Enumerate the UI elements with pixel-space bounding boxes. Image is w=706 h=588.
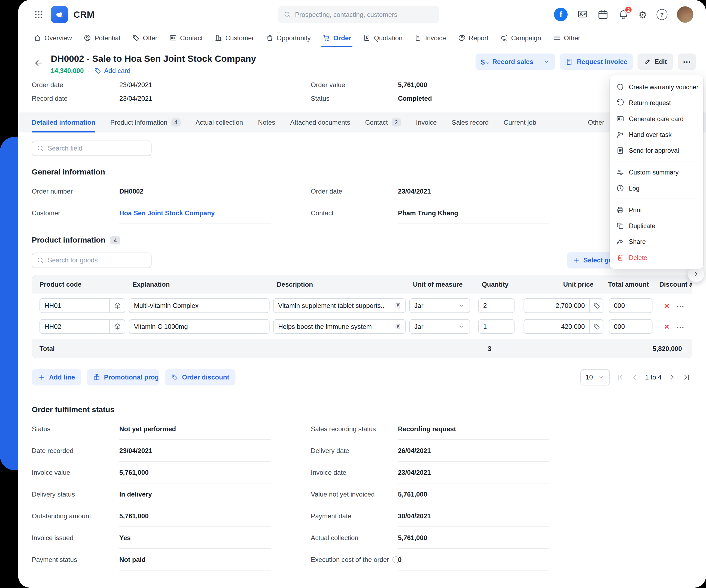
request-invoice-button[interactable]: Request invoice	[560, 54, 633, 70]
cube-icon[interactable]	[110, 298, 125, 313]
unit-select[interactable]: Jar	[409, 319, 470, 334]
explanation-input[interactable]	[129, 319, 269, 334]
menu-item-duplicate[interactable]: Duplicate	[610, 218, 703, 234]
row-more-button[interactable]: ⋯	[676, 322, 684, 332]
quantity-input[interactable]	[478, 319, 514, 334]
help-icon[interactable]: ?	[657, 9, 667, 20]
field-search-input[interactable]	[48, 144, 147, 152]
menu-item-delete[interactable]: Delete	[610, 249, 703, 265]
customer-link[interactable]: Hoa Sen Joint Stock Company	[119, 202, 271, 224]
menu-divider	[615, 199, 698, 199]
nav-item-contact[interactable]: Contact	[169, 29, 203, 47]
add-line-button[interactable]: Add line	[32, 369, 81, 385]
sliders-icon	[616, 168, 624, 176]
screen: CRM f 2 ⚙ ?	[0, 0, 706, 588]
menu-item-share[interactable]: Share	[610, 234, 703, 249]
product-code-input[interactable]	[39, 298, 110, 313]
remove-row-button[interactable]: ✕	[664, 302, 669, 310]
product-code-input[interactable]	[39, 319, 110, 334]
description-input[interactable]	[273, 319, 390, 334]
record-sales-button[interactable]: $ Record sales	[475, 54, 555, 70]
unit-select[interactable]: Jar	[409, 298, 470, 313]
back-button[interactable]	[32, 56, 45, 70]
remove-row-button[interactable]: ✕	[664, 323, 669, 331]
field-label: Order value	[311, 78, 398, 92]
field-label: Value not yet invoiced	[311, 484, 398, 505]
menu-item-send-for-approval[interactable]: Send for approval	[610, 142, 703, 158]
settings-gear-icon[interactable]: ⚙	[638, 10, 647, 19]
note-icon[interactable]	[390, 298, 406, 313]
menu-item-log[interactable]: Log	[610, 180, 703, 196]
order-discount-button[interactable]: Order discount	[165, 369, 236, 385]
next-page-button[interactable]	[668, 373, 676, 381]
tab-current-job[interactable]: Current job	[504, 113, 536, 132]
general-info-heading: General information	[32, 168, 692, 177]
field-search[interactable]	[32, 140, 152, 156]
goods-search-input[interactable]	[48, 257, 147, 264]
nav-item-quotation[interactable]: Quotation	[363, 29, 402, 47]
page-size-select[interactable]: 10	[580, 369, 610, 385]
nav-item-opportunity[interactable]: Opportunity	[266, 29, 311, 47]
add-card-link[interactable]: Add card	[94, 67, 130, 75]
chevron-right-icon	[692, 270, 700, 278]
last-page-button[interactable]	[682, 373, 691, 381]
apps-grid-icon[interactable]	[34, 9, 44, 19]
tab-invoice[interactable]: Invoice	[416, 113, 437, 132]
meeting-screen-icon[interactable]	[577, 9, 588, 20]
tag-icon[interactable]	[590, 319, 603, 334]
quantity-input[interactable]	[478, 298, 514, 313]
nav-item-customer[interactable]: Customer	[214, 29, 254, 47]
page-title: DH0002 - Sale to Hoa Sen Joint Stock Com…	[51, 54, 256, 64]
prev-page-button[interactable]	[631, 373, 639, 381]
edit-button[interactable]: Edit	[637, 54, 673, 70]
description-input[interactable]	[273, 298, 390, 313]
nav-item-report[interactable]: Report	[458, 29, 488, 47]
nav-item-potential[interactable]: Potential	[84, 29, 120, 47]
explanation-input[interactable]	[129, 298, 269, 313]
calendar-icon[interactable]	[598, 9, 609, 20]
menu-item-generate-care-card[interactable]: Generate care card	[610, 111, 703, 126]
tab-detailed-information[interactable]: Detailed information	[32, 113, 95, 132]
nav-item-overview[interactable]: Overview	[34, 29, 72, 47]
tab-product-information[interactable]: Product information4	[110, 113, 181, 132]
row-more-button[interactable]: ⋯	[676, 301, 684, 311]
tab-notes[interactable]: Notes	[258, 113, 275, 132]
tab-actual-collection[interactable]: Actual collection	[196, 113, 243, 132]
global-search[interactable]	[278, 6, 439, 23]
notifications-button[interactable]: 2	[618, 9, 629, 20]
menu-item-print[interactable]: Print	[610, 202, 703, 217]
total-amount-input[interactable]	[609, 298, 653, 313]
total-amount-input[interactable]	[609, 319, 653, 334]
nav-item-order[interactable]: Order	[322, 29, 351, 47]
promotional-program-button[interactable]: Promotional program	[87, 369, 160, 385]
nav-item-invoice[interactable]: Invoice	[414, 29, 446, 47]
goods-search[interactable]	[32, 253, 152, 268]
tab-attached-documents[interactable]: Attached documents	[290, 113, 350, 132]
header-main: DH0002 - Sale to Hoa Sen Joint Stock Com…	[51, 54, 256, 75]
unit-price-input[interactable]	[523, 319, 590, 334]
total-label: Total	[32, 345, 55, 352]
tab-contact[interactable]: Contact2	[365, 113, 401, 132]
nav-item-offer[interactable]: Offer	[132, 29, 157, 47]
menu-item-custom-summary[interactable]: Custom summary	[610, 164, 703, 180]
menu-item-return-request[interactable]: Return request	[610, 95, 703, 111]
more-actions-button[interactable]: ⋯	[678, 54, 696, 70]
tag-icon[interactable]	[590, 298, 603, 313]
field-label: Payment date	[311, 505, 398, 527]
tab-sales-record[interactable]: Sales record	[452, 113, 489, 132]
global-search-input[interactable]	[295, 11, 434, 18]
menu-item-create-warranty-voucher[interactable]: Create warranty voucher	[610, 79, 703, 95]
field-value: DH0002	[119, 180, 271, 202]
nav-item-other[interactable]: Other	[553, 29, 580, 47]
note-icon[interactable]	[390, 319, 406, 334]
page-range: 1 to 4	[645, 374, 661, 381]
field-label: Order date	[311, 180, 398, 202]
cube-icon[interactable]	[110, 319, 125, 334]
first-page-button[interactable]	[616, 373, 624, 381]
facebook-icon[interactable]: f	[554, 8, 567, 21]
nav-item-campaign[interactable]: Campaign	[500, 29, 541, 47]
menu-item-hand-over-task[interactable]: Hand over task	[610, 127, 703, 142]
user-avatar[interactable]	[677, 6, 693, 23]
home-icon	[34, 34, 41, 42]
unit-price-input[interactable]	[523, 298, 590, 313]
